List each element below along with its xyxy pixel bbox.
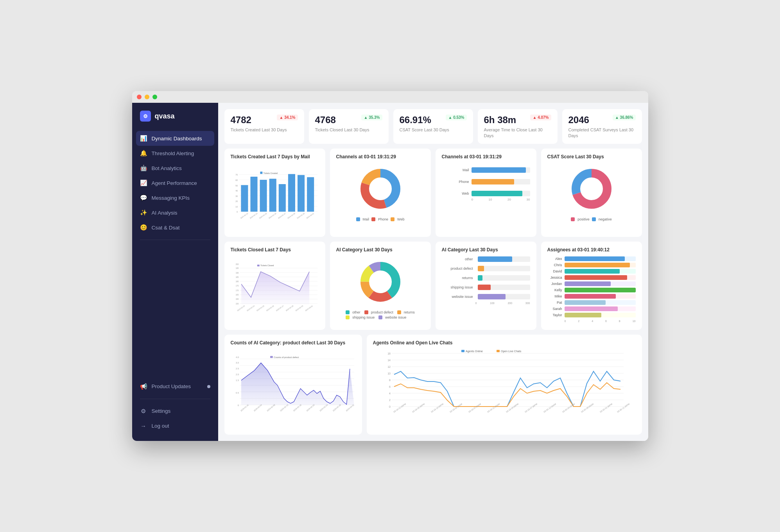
assignee-name: Mike (547, 294, 562, 298)
svg-text:2024-02-29: 2024-02-29 (296, 212, 305, 219)
sidebar-item-label: Messaging KPIs (152, 195, 190, 201)
assignee-name: Pat (547, 301, 562, 305)
channels-hbar-chart: Channels at 03-01 19:31:29 Mail Phone (436, 149, 536, 237)
chart-icon: 📈 (140, 179, 147, 186)
svg-text:4: 4 (389, 392, 391, 395)
sidebar-item-label: Product Updates (152, 383, 191, 389)
maximize-button[interactable] (152, 95, 157, 99)
svg-text:03-18 10:00PM: 03-18 10:00PM (430, 403, 444, 413)
ai-category-hbar-chart: AI Category Last 30 Days other product d… (436, 242, 536, 330)
close-button[interactable] (137, 95, 142, 99)
sidebar-item-bot-analytics[interactable]: 🤖 Bot Analytics (132, 161, 218, 176)
svg-rect-23 (307, 177, 314, 211)
assignees-chart: Assignees at 03-01 19:40:12 Alex Chris D… (541, 242, 642, 330)
megaphone-icon: 📢 (140, 383, 147, 390)
stat-value: 6h 38m (484, 115, 516, 125)
sidebar-item-label: Bot Analytics (152, 165, 182, 171)
svg-text:2.5: 2.5 (235, 367, 239, 370)
assignee-row: Jessica (547, 275, 636, 280)
ai-category-donut-chart: AI Category Last 30 Days (330, 242, 431, 330)
assignee-name: David (547, 269, 562, 273)
svg-text:14: 14 (387, 359, 391, 362)
svg-text:155: 155 (235, 303, 238, 305)
stat-tickets-created: 4782 ▲ 34.1% Tickets Created Last 30 Day… (224, 109, 304, 144)
stat-avg-close-time: 6h 38m ▲ 4.07% Average Time to Close Las… (478, 109, 558, 144)
svg-rect-105 (270, 356, 273, 358)
svg-text:03-19 07:30PM: 03-19 07:30PM (524, 403, 538, 413)
stat-tickets-closed: 4768 ▲ 35.3% Tickets Closed Last 30 Days (309, 109, 389, 144)
svg-text:12: 12 (387, 365, 391, 368)
hbar-row: other (442, 256, 530, 262)
sidebar-item-threshold-alerting[interactable]: 🔔 Threshold Alerting (132, 146, 218, 161)
agents-online-chart: Agents Online and Open Live Chats (367, 335, 642, 435)
bottom-row: Counts of AI Category: product defect La… (224, 335, 642, 435)
svg-text:200: 200 (235, 263, 238, 265)
main-content: 4782 ▲ 34.1% Tickets Created Last 30 Day… (218, 103, 648, 441)
sidebar-item-settings[interactable]: ⚙ Settings (132, 404, 218, 419)
svg-rect-140 (497, 350, 500, 352)
svg-text:Tickets Closed: Tickets Closed (260, 264, 274, 267)
svg-text:2024-02-25: 2024-02-25 (256, 305, 265, 312)
svg-text:03-19 04:00PM: 03-19 04:00PM (506, 403, 519, 413)
chart-title: AI Category Last 30 Days (442, 247, 530, 253)
hbar-row: Web (442, 191, 530, 196)
logout-icon: → (140, 423, 147, 429)
assignee-name: Sarah (547, 307, 562, 311)
sidebar-item-agent-performance[interactable]: 📈 Agent Performance (132, 176, 218, 190)
svg-text:2: 2 (389, 399, 391, 401)
sidebar: ⚙ qvasa 📊 Dynamic Dashboards 🔔 Threshold… (132, 103, 218, 441)
svg-text:2024-02-23: 2024-02-23 (240, 212, 248, 219)
chart-title: Counts of AI Category: product defect La… (231, 340, 356, 346)
hbar-fill (472, 167, 526, 173)
svg-text:2024-02-26: 2024-02-26 (265, 305, 274, 312)
minimize-button[interactable] (145, 95, 149, 99)
assignee-row: Alex (547, 256, 636, 261)
sidebar-divider-2 (140, 399, 210, 399)
svg-text:0: 0 (237, 211, 238, 213)
svg-text:190: 190 (235, 272, 238, 274)
channels-donut-chart: Channels at 03-01 19:31:29 (330, 149, 431, 237)
agents-svg: 0 2 4 6 8 10 12 14 16 03-18 (373, 349, 636, 428)
assignee-name: Jessica (547, 276, 562, 279)
svg-text:20: 20 (235, 200, 238, 202)
assignee-name: Chris (547, 263, 562, 267)
sidebar-item-product-updates[interactable]: 📢 Product Updates (132, 379, 218, 394)
stat-value: 4768 (315, 115, 336, 125)
svg-rect-17 (250, 177, 257, 211)
svg-marker-62 (241, 272, 309, 305)
sidebar-item-dynamic-dashboards[interactable]: 📊 Dynamic Dashboards (136, 131, 214, 146)
csat-donut-svg (566, 163, 617, 214)
svg-text:2024-03-01: 2024-03-01 (306, 212, 314, 219)
sidebar-item-label: Threshold Alerting (152, 150, 194, 156)
sidebar-item-messaging-kpis[interactable]: 💬 Messaging KPIs (132, 190, 218, 205)
assignee-name: Taylor (547, 313, 562, 317)
sidebar-item-ai-analysis[interactable]: ✨ AI Analysis (132, 205, 218, 220)
svg-text:Agents Online: Agents Online (466, 350, 483, 353)
stat-badge: ▲ 0.53% (446, 115, 466, 120)
svg-text:Tickets Created: Tickets Created (263, 172, 278, 174)
svg-text:03-18 05:30PM: 03-18 05:30PM (412, 403, 425, 413)
sidebar-item-csat-dsat[interactable]: 😊 Csat & Dsat (132, 220, 218, 235)
stats-row: 4782 ▲ 34.1% Tickets Created Last 30 Day… (224, 109, 642, 144)
svg-text:2024-02-28: 2024-02-28 (285, 305, 294, 312)
sidebar-item-label: Settings (152, 408, 171, 414)
chart-title: Tickets Closed Last 7 Days (231, 247, 319, 253)
ai-donut-svg (355, 256, 406, 307)
chart-title: Agents Online and Open Live Chats (373, 340, 636, 346)
chart-title: Tickets Created Last 7 Days by Mail (231, 154, 319, 159)
gear-icon: ⚙ (140, 408, 147, 415)
hbar-track (472, 179, 530, 184)
chart-title: CSAT Score Last 30 Days (547, 154, 636, 159)
chat-icon: 💬 (140, 194, 147, 201)
assignee-row: Taylor (547, 313, 636, 317)
svg-text:03-18 01:00PM: 03-18 01:00PM (393, 403, 407, 413)
svg-text:10: 10 (387, 372, 391, 375)
tickets-closed-chart: Tickets Closed Last 7 Days 155 (224, 242, 325, 330)
dashboard-icon: 📊 (140, 135, 147, 142)
app-window: ⚙ qvasa 📊 Dynamic Dashboards 🔔 Threshold… (132, 91, 648, 441)
svg-text:2024-02-27: 2024-02-27 (275, 305, 284, 312)
charts-row-1: Tickets Created Last 7 Days by Mail 0 (224, 149, 642, 237)
svg-text:185: 185 (235, 276, 238, 278)
sidebar-item-logout[interactable]: → Log out (132, 419, 218, 433)
tickets-by-mail-chart: Tickets Created Last 7 Days by Mail 0 (224, 149, 325, 237)
